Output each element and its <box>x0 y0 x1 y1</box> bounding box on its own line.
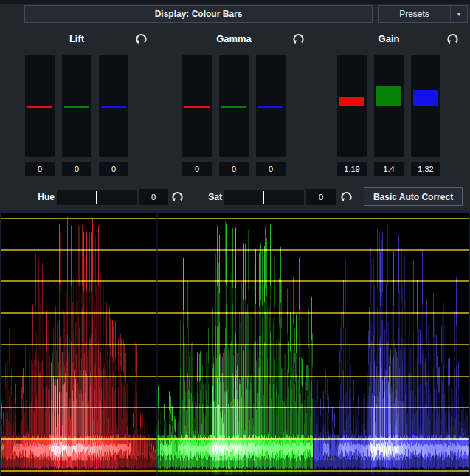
reset-icon <box>291 32 305 46</box>
lift-blue-value[interactable]: 0 <box>99 162 128 176</box>
gain-green-slider[interactable] <box>374 55 404 157</box>
lift-green-value[interactable]: 0 <box>62 162 91 176</box>
reset-icon <box>134 32 148 46</box>
sat-handle[interactable] <box>263 191 264 204</box>
gamma-blue-slider[interactable] <box>256 55 286 157</box>
gamma-blue-handle[interactable] <box>258 106 283 108</box>
gain-blue-slider[interactable] <box>411 55 440 157</box>
gain-label: Gain <box>337 33 440 44</box>
gamma-red-handle[interactable] <box>184 106 210 108</box>
lift-label: Lift <box>25 33 128 44</box>
gamma-green-slider[interactable] <box>219 55 249 157</box>
hue-handle[interactable] <box>96 191 97 204</box>
gain-green-handle[interactable] <box>376 86 401 106</box>
reset-icon <box>339 190 353 204</box>
gain-red-handle[interactable] <box>339 97 364 106</box>
gain-blue-handle[interactable] <box>413 90 438 106</box>
gamma-red-slider[interactable] <box>182 55 212 157</box>
lift-red-handle[interactable] <box>27 106 52 108</box>
hue-label: Hue <box>32 192 55 202</box>
colour-correction-panel: Display: Colour Bars Presets ▾ Lift Gamm… <box>0 0 470 476</box>
gamma-blue-value[interactable]: 0 <box>256 162 286 176</box>
gamma-reset-button[interactable] <box>291 32 305 46</box>
chevron-down-icon[interactable]: ▾ <box>451 10 467 18</box>
lift-green-slider[interactable] <box>62 55 91 157</box>
gain-green-value[interactable]: 1.4 <box>374 162 404 176</box>
gain-reset-button[interactable] <box>446 32 460 46</box>
hue-value[interactable]: 0 <box>139 189 168 205</box>
sat-value[interactable]: 0 <box>306 189 336 205</box>
sat-slider[interactable] <box>224 190 304 205</box>
lift-blue-handle[interactable] <box>101 106 126 108</box>
sat-reset-button[interactable] <box>339 190 353 204</box>
display-mode-button[interactable]: Display: Colour Bars <box>24 5 373 23</box>
lift-red-value[interactable]: 0 <box>25 162 55 176</box>
lift-blue-slider[interactable] <box>99 55 128 157</box>
gain-red-slider[interactable] <box>337 55 367 157</box>
reset-icon <box>446 32 460 46</box>
presets-button[interactable]: Presets ▾ <box>378 5 468 23</box>
top-strip <box>0 0 470 4</box>
waveform-canvas <box>0 210 470 476</box>
lift-green-handle[interactable] <box>64 106 89 108</box>
gamma-green-handle[interactable] <box>221 106 246 108</box>
gamma-label: Gamma <box>182 33 286 44</box>
presets-button-label: Presets <box>379 9 450 19</box>
hue-reset-button[interactable] <box>170 190 184 204</box>
sat-label: Sat <box>200 192 222 202</box>
reset-icon <box>170 190 184 204</box>
hue-slider[interactable] <box>57 190 137 205</box>
basic-auto-correct-button[interactable]: Basic Auto Correct <box>364 187 463 206</box>
gamma-red-value[interactable]: 0 <box>182 162 212 176</box>
lift-reset-button[interactable] <box>134 32 148 46</box>
gamma-green-value[interactable]: 0 <box>219 162 249 176</box>
lift-red-slider[interactable] <box>25 55 55 157</box>
gain-blue-value[interactable]: 1.32 <box>411 162 440 176</box>
gain-red-value[interactable]: 1.19 <box>337 162 367 176</box>
